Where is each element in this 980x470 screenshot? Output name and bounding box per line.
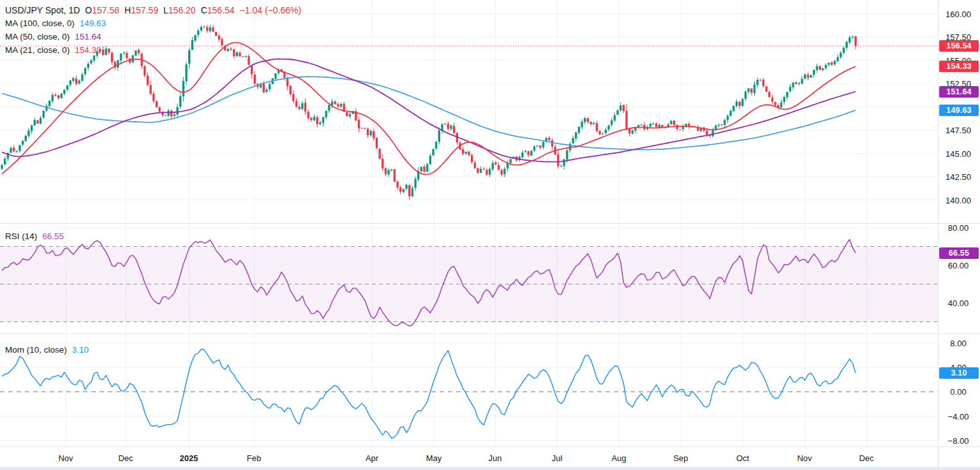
month-label-jul: Jul — [552, 453, 563, 463]
rsi-tick-label: 40.00 — [939, 298, 977, 308]
interval-label[interactable]: 1D — [68, 5, 80, 15]
rsi-legend[interactable]: RSI (14) 66.55 — [5, 230, 64, 243]
rsi-value: 66.55 — [42, 231, 64, 241]
open-value: 157.58 — [92, 5, 119, 15]
mom-value: 3.10 — [72, 345, 89, 355]
price-legend: USD/JPY Spot, 1D O157.58 H157.59 L156.20… — [5, 3, 301, 57]
symbol-row: USD/JPY Spot, 1D O157.58 H157.59 L156.20… — [5, 3, 301, 17]
mom-legend[interactable]: Mom (10, close) 3.10 — [5, 343, 89, 356]
ma100-value: 149.63 — [80, 18, 106, 28]
price-tick-label: 145.00 — [939, 149, 977, 158]
mom-tick-label: −4.00 — [939, 411, 977, 421]
ma50-value: 151.64 — [75, 32, 101, 41]
price-tick-label: 142.50 — [939, 172, 977, 182]
month-label-aug: Aug — [611, 453, 626, 463]
close-value: 156.54 — [207, 5, 235, 15]
high-value: 157.59 — [131, 5, 158, 15]
ma50-legend-row[interactable]: MA (50, close, 0) 151.64 — [5, 30, 301, 43]
price-tick-label: 160.00 — [939, 9, 977, 18]
close-label: C — [201, 5, 207, 15]
rsi-label: RSI (14) — [5, 231, 37, 241]
mom-tick-label: 8.00 — [939, 338, 977, 348]
ma21-value: 154.33 — [75, 45, 101, 55]
month-label-oct: Oct — [736, 453, 749, 463]
mom-tick-label: −8.00 — [939, 436, 977, 445]
mom-tick-label: 0.00 — [939, 387, 977, 397]
rsi-legend-row: RSI (14) 66.55 — [5, 230, 64, 243]
change-value: −1.04 (−0.66%) — [240, 5, 302, 15]
month-label-dec: Dec — [859, 453, 873, 463]
ma50-badge: 151.64 — [939, 86, 979, 98]
price-tick-label: 147.50 — [939, 126, 977, 135]
month-label-sep: Sep — [673, 453, 688, 463]
month-label-jun: Jun — [489, 453, 502, 463]
month-label-2025: 2025 — [180, 453, 198, 463]
mom-legend-row: Mom (10, close) 3.10 — [5, 343, 89, 356]
open-label: O — [85, 5, 92, 15]
month-label-feb: Feb — [247, 453, 261, 463]
rsi-tick-label: 60.00 — [939, 261, 977, 270]
low-label: L — [163, 5, 168, 15]
month-label-nov: Nov — [797, 453, 812, 463]
ma21-legend-row[interactable]: MA (21, close, 0) 154.33 — [5, 43, 301, 57]
month-label-apr: Apr — [366, 453, 378, 463]
low-value: 156.20 — [168, 5, 196, 15]
chart-root: USD/JPY Spot, 1D O157.58 H157.59 L156.20… — [0, 0, 980, 470]
month-label-may: May — [426, 453, 442, 463]
ma100-badge: 149.63 — [939, 105, 979, 116]
rsi-tick-label: 80.00 — [939, 223, 977, 233]
month-label-nov: Nov — [58, 453, 73, 463]
ma100-legend-row[interactable]: MA (100, close, 0) 149.63 — [5, 17, 301, 30]
ma100-label: MA (100, close, 0) — [5, 18, 75, 28]
rsi-badge: 66.55 — [939, 247, 979, 259]
ma50-label: MA (50, close, 0) — [5, 32, 70, 41]
mom-label: Mom (10, close) — [5, 345, 67, 355]
price-tick-label: 140.00 — [939, 195, 977, 205]
ma21-badge: 154.33 — [939, 61, 979, 72]
chart-canvas[interactable] — [0, 0, 980, 470]
mom-badge: 3.10 — [939, 367, 979, 379]
last-price-badge: 156.54 — [939, 40, 979, 52]
ma21-label: MA (21, close, 0) — [5, 45, 70, 55]
symbol-title: USD/JPY Spot, — [5, 5, 66, 15]
month-label-dec: Dec — [118, 453, 133, 463]
high-label: H — [124, 5, 131, 15]
